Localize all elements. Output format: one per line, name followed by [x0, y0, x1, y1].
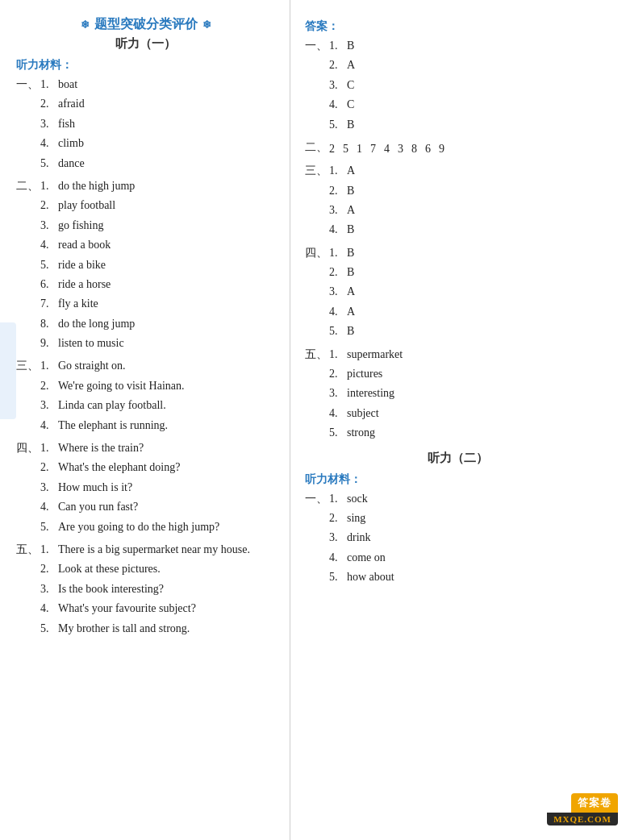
- item-num: 2.: [40, 95, 58, 113]
- item-text: ride a bike: [58, 256, 106, 274]
- ans-num: 3.: [329, 385, 347, 402]
- ans-num: 3.: [329, 202, 347, 219]
- item-text: sing: [347, 509, 365, 527]
- answer-group-si-header: 四、 1. B 2. B 3. A 4.: [305, 244, 610, 343]
- answer-group-er: 二、 2 5 1 7 4 3 8 6 9: [305, 139, 610, 159]
- watermark-line1: 答案卷: [578, 796, 611, 809]
- watermark: 答案卷 MXQE.COM: [547, 793, 618, 825]
- item-num: 4.: [40, 498, 58, 516]
- ans-val: C: [347, 96, 354, 114]
- group-wu-header: 五、 1. There is a big supermarket near my…: [16, 541, 275, 639]
- item-num: 2.: [329, 509, 347, 527]
- item-text: There is a big supermarket near my house…: [58, 541, 250, 559]
- answer-label: 答案：: [305, 19, 610, 34]
- item-num: 2.: [40, 560, 58, 578]
- group-yi: 一、 1. boat 2. afraid 3. fish 4: [16, 76, 275, 174]
- list-item: 1. There is a big supermarket near my ho…: [40, 541, 250, 559]
- group-yi-header: 一、 1. boat 2. afraid 3. fish 4: [16, 76, 275, 174]
- item-text: ride a horse: [58, 276, 111, 293]
- answer-san-items: 1. A 2. B 3. A 4. B: [328, 162, 355, 241]
- ans-val: B: [347, 322, 354, 340]
- list-item: 5. dance: [40, 155, 85, 173]
- group-san-num: 三、: [16, 357, 39, 375]
- item-num: 4.: [40, 135, 58, 152]
- item-text: do the high jump: [58, 177, 135, 195]
- ans-val: A: [347, 303, 355, 321]
- list-item: 4. come on: [329, 549, 394, 567]
- list-item: 2. We're going to visit Hainan.: [40, 377, 185, 395]
- ans-inline-val: 1: [357, 139, 362, 159]
- list-item: 3. Linda can play football.: [40, 397, 185, 414]
- page: 题型突破分类评价 听力（一） 听力材料： 一、 1. boat 2. afrai…: [0, 0, 626, 840]
- answer-group-san-header: 三、 1. A 2. B 3. A 4.: [305, 162, 610, 241]
- group-yi-num: 一、: [16, 76, 39, 94]
- item-text: What's your favourite subject?: [58, 600, 196, 618]
- item-num: 5.: [40, 620, 58, 638]
- h2-group-yi-items: 1. sock 2. sing 3. drink 4. come on: [328, 490, 394, 588]
- group-er-header: 二、 1. do the high jump 2. play football …: [16, 177, 275, 355]
- item-num: 5.: [40, 256, 58, 274]
- list-item: 5. My brother is tall and strong.: [40, 620, 250, 638]
- answer-row: 2. pictures: [329, 365, 403, 383]
- list-item: 3. fish: [40, 115, 85, 133]
- answer-row: 4. B: [329, 221, 355, 239]
- answer-row: 3. A: [329, 202, 355, 219]
- ans-group-num: 三、: [305, 162, 328, 180]
- list-item: 1. do the high jump: [40, 177, 135, 195]
- group-er-items: 1. do the high jump 2. play football 3. …: [39, 177, 135, 355]
- main-title: 题型突破分类评价: [16, 16, 275, 33]
- list-item: 3. Is the book interesting?: [40, 580, 250, 598]
- item-num: 4.: [40, 417, 58, 435]
- item-num: 5.: [329, 568, 347, 586]
- item-text: play football: [58, 197, 115, 214]
- group-wu: 五、 1. There is a big supermarket near my…: [16, 541, 275, 639]
- answer-row: 5. B: [329, 116, 355, 134]
- ans-val: A: [347, 202, 355, 219]
- ans-group-num: 二、: [305, 139, 328, 156]
- answer-er-inline: 2 5 1 7 4 3 8 6 9: [328, 139, 444, 159]
- ans-num: 2.: [329, 365, 347, 383]
- ans-val: A: [347, 283, 355, 301]
- ans-val: B: [347, 221, 354, 239]
- item-text: fly a kite: [58, 295, 98, 313]
- list-item: 9. listen to music: [40, 335, 135, 352]
- list-item: 5. ride a bike: [40, 256, 135, 274]
- ans-num: 4.: [329, 405, 347, 422]
- item-num: 4.: [40, 236, 58, 254]
- answer-group-san: 三、 1. A 2. B 3. A 4.: [305, 162, 610, 241]
- item-text: Is the book interesting?: [58, 580, 164, 598]
- list-item: 2. afraid: [40, 95, 85, 113]
- group-yi-items: 1. boat 2. afraid 3. fish 4. climb: [39, 76, 85, 174]
- group-wu-items: 1. There is a big supermarket near my ho…: [39, 541, 250, 639]
- item-num: 2.: [40, 377, 58, 395]
- item-num: 1.: [40, 177, 58, 195]
- listening-material-label-2: 听力材料：: [305, 472, 610, 487]
- ans-inline-val: 4: [384, 139, 390, 159]
- item-text: Look at these pictures.: [58, 560, 161, 578]
- ans-num: 3.: [329, 77, 347, 94]
- answer-si-items: 1. B 2. B 3. A 4. A: [328, 244, 355, 343]
- ans-group-num: 五、: [305, 346, 328, 364]
- item-text: Where is the train?: [58, 439, 144, 457]
- item-text: Can you run fast?: [58, 498, 138, 516]
- item-num: 3.: [40, 217, 58, 235]
- item-text: dance: [58, 155, 85, 173]
- list-item: 7. fly a kite: [40, 295, 135, 313]
- item-text: How much is it?: [58, 479, 132, 497]
- list-item: 4. The elephant is running.: [40, 417, 185, 435]
- item-num: 1.: [40, 357, 58, 375]
- item-text: how about: [347, 568, 394, 586]
- ans-inline-val: 3: [398, 139, 403, 159]
- item-text: come on: [347, 549, 386, 567]
- item-text: Linda can play football.: [58, 397, 166, 414]
- title-section: 题型突破分类评价 听力（一）: [16, 16, 275, 52]
- list-item: 5. how about: [329, 568, 394, 586]
- answer-group-yi: 一、 1. B 2. A 3. C 4.: [305, 37, 610, 135]
- item-text: fish: [58, 115, 75, 133]
- item-num: 4.: [40, 600, 58, 618]
- item-text: Go straight on.: [58, 357, 126, 375]
- list-item: 4. climb: [40, 135, 85, 152]
- answer-row: 1. supermarket: [329, 346, 403, 364]
- answer-row: 4. A: [329, 303, 355, 321]
- item-num: 3.: [40, 479, 58, 497]
